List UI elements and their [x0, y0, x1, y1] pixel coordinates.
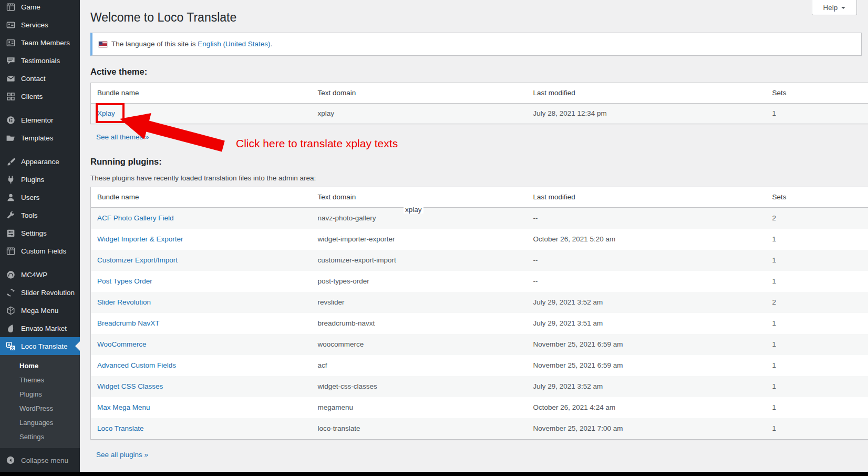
help-label: Help — [823, 4, 838, 12]
sidebar-item-label: Settings — [21, 229, 47, 237]
column-header-bundle-name: Bundle name — [91, 187, 312, 208]
table-header-row: Bundle name Text domain Last modified Se… — [91, 83, 868, 104]
custom-fields-icon — [5, 246, 16, 256]
column-header-bundle-name: Bundle name — [91, 83, 312, 104]
help-dropdown-button[interactable]: Help — [812, 0, 857, 15]
menu-separator — [0, 105, 80, 111]
notice-text-before: The language of this site is — [111, 40, 198, 48]
language-notice: The language of this site is English (Un… — [90, 33, 862, 56]
table-row: Advanced Custom Fields acf November 25, … — [91, 355, 868, 376]
last-modified-cell: -- — [527, 271, 766, 292]
sidebar-item-loco-translate[interactable]: A文 Loco Translate — [0, 337, 80, 355]
submenu-item[interactable]: Settings — [0, 430, 80, 444]
menu-separator — [0, 147, 80, 153]
notice-text-after: . — [270, 40, 272, 48]
sidebar-item-plugins[interactable]: Plugins — [0, 170, 80, 188]
loco-translate-submenu: Home Themes Plugins WordPress Languages … — [0, 355, 80, 448]
sidebar-item-testimonials[interactable]: Testimonials — [0, 52, 80, 69]
chevron-down-icon — [841, 7, 845, 11]
table-row: Customizer Export/Import customizer-expo… — [91, 250, 868, 271]
submenu-item[interactable]: Plugins — [0, 387, 80, 401]
text-domain-cell: customizer-export-import — [312, 250, 527, 271]
bundle-link[interactable]: Max Mega Menu — [97, 403, 150, 411]
column-header-last-modified: Last modified — [527, 187, 766, 208]
active-theme-table: Bundle name Text domain Last modified Se… — [90, 83, 868, 124]
submenu-item[interactable]: Home — [0, 359, 80, 373]
table-header-row: Bundle name Text domain Last modified Se… — [91, 187, 868, 208]
sidebar-item-label: Templates — [21, 134, 54, 142]
sidebar-item-team-members[interactable]: Team Members — [0, 34, 80, 52]
submenu-item[interactable]: WordPress — [0, 401, 80, 416]
submenu-item[interactable]: Languages — [0, 416, 80, 430]
bundle-link[interactable]: Widget CSS Classes — [97, 382, 163, 390]
sidebar-item-contact[interactable]: Contact — [0, 69, 80, 87]
bundle-link[interactable]: Post Types Order — [97, 277, 152, 285]
sidebar-item-appearance[interactable]: Appearance — [0, 153, 80, 170]
bundle-link[interactable]: Slider Revolution — [97, 298, 151, 306]
plugins-icon — [5, 174, 16, 185]
sidebar-item-label: Plugins — [21, 176, 44, 184]
bundle-link[interactable]: WooCommerce — [97, 340, 147, 348]
sidebar-item-label: Tools — [21, 211, 38, 219]
sidebar-item-slider-revolution[interactable]: Slider Revolution — [0, 283, 80, 301]
last-modified-cell: July 29, 2021 3:52 am — [527, 292, 766, 313]
sidebar-item-settings[interactable]: Settings — [0, 224, 80, 242]
sets-cell: 1 — [766, 271, 868, 292]
last-modified-cell: November 25, 2021 6:59 am — [527, 334, 766, 355]
sidebar-item-elementor[interactable]: Elementor — [0, 111, 80, 129]
sets-cell: 1 — [766, 397, 868, 418]
collapse-menu-button[interactable]: Collapse menu — [0, 451, 80, 469]
bundle-name-cell: Widget CSS Classes — [91, 376, 312, 397]
sidebar-item-mega-menu[interactable]: Mega Menu — [0, 301, 80, 319]
last-modified-cell: November 25, 2021 7:00 am — [527, 418, 766, 440]
bundle-name-cell: Customizer Export/Import — [91, 250, 312, 271]
sidebar-item-tools[interactable]: Tools — [0, 206, 80, 224]
sets-cell: 1 — [766, 355, 868, 376]
table-row: Widget Importer & Exporter widget-import… — [91, 229, 868, 250]
bundle-link[interactable]: Customizer Export/Import — [97, 256, 178, 264]
tools-icon — [5, 210, 16, 220]
sidebar-item-templates[interactable]: Templates — [0, 129, 80, 147]
last-modified-cell: July 29, 2021 3:52 am — [527, 376, 766, 397]
sidebar-item-label: Custom Fields — [21, 247, 66, 255]
bundle-name-cell: Loco Translate — [91, 418, 312, 440]
sets-cell: 1 — [766, 250, 868, 271]
admin-sidebar: GameServicesTeam MembersTestimonialsCont… — [0, 0, 80, 472]
table-row: ACF Photo Gallery Field navz-photo-galle… — [91, 208, 868, 229]
sidebar-item-label: Loco Translate — [21, 342, 68, 350]
bundle-link[interactable]: Advanced Custom Fields — [97, 361, 176, 369]
clients-icon — [5, 91, 16, 102]
bundle-link[interactable]: Loco Translate — [97, 424, 144, 432]
column-header-text-domain: Text domain — [312, 83, 527, 104]
sidebar-item-clients[interactable]: Clients — [0, 87, 80, 105]
sidebar-item-label: Slider Revolution — [21, 289, 75, 297]
main-content: Welcome to Loco Translate The language o… — [80, 0, 868, 459]
elementor-icon — [5, 115, 16, 125]
bundle-name-cell: Breadcrumb NavXT — [91, 313, 312, 334]
sidebar-item-custom-fields[interactable]: Custom Fields — [0, 242, 80, 260]
bundle-link[interactable]: ACF Photo Gallery Field — [97, 214, 174, 222]
bundle-name-cell: Widget Importer & Exporter — [91, 229, 312, 250]
sidebar-item-services[interactable]: Services — [0, 16, 80, 34]
see-all-plugins-link[interactable]: See all plugins » — [96, 451, 148, 459]
sets-cell: 2 — [766, 292, 868, 313]
sidebar-item-envato-market[interactable]: Envato Market — [0, 319, 80, 337]
collapse-menu-label: Collapse menu — [21, 457, 68, 464]
sidebar-item-game[interactable]: Game — [0, 0, 80, 16]
last-modified-cell: July 28, 2021 12:34 pm — [527, 104, 766, 124]
submenu-item[interactable]: Themes — [0, 373, 80, 387]
site-language-link[interactable]: English (United States) — [198, 40, 270, 48]
see-all-themes-link[interactable]: See all themes » — [96, 133, 149, 141]
bundle-link[interactable]: Breadcrumb NavXT — [97, 319, 160, 327]
table-row: Slider Revolution revslider July 29, 202… — [91, 292, 868, 313]
bundle-link[interactable]: Widget Importer & Exporter — [97, 235, 183, 243]
text-domain-cell: widget-css-classes — [312, 376, 527, 397]
last-modified-cell: -- — [527, 208, 766, 229]
bundle-name-cell: Advanced Custom Fields — [91, 355, 312, 376]
bottom-black-bar — [0, 472, 868, 476]
sidebar-item-users[interactable]: Users — [0, 188, 80, 206]
sidebar-item-label: Mega Menu — [21, 307, 58, 315]
sidebar-item-mc4wp[interactable]: MC4WP — [0, 266, 80, 283]
last-modified-cell: October 26, 2021 5:20 am — [527, 229, 766, 250]
bundle-link[interactable]: Xplay — [97, 109, 115, 117]
